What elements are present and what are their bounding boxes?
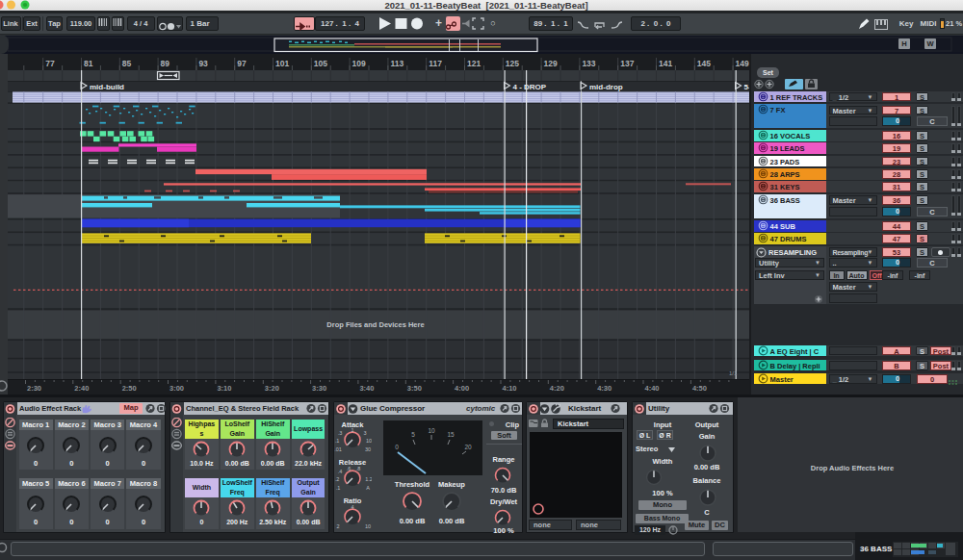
svg-text:4:40: 4:40 [645,384,660,393]
svg-text:.2: .2 [335,476,340,482]
svg-text:0: 0 [395,444,399,450]
svg-text:141: 141 [659,59,672,68]
svg-text:.6: .6 [347,466,351,471]
svg-text:5: 5 [411,431,415,438]
svg-text:3:30: 3:30 [312,384,326,393]
svg-text:.4: .4 [338,469,343,474]
svg-text:10: 10 [428,427,435,434]
svg-text:4:20: 4:20 [550,384,564,393]
svg-text:121: 121 [467,59,481,68]
svg-text:149: 149 [736,59,749,68]
svg-text:A: A [366,485,370,491]
svg-text:2:30: 2:30 [27,384,41,393]
svg-text:77: 77 [45,59,55,68]
svg-text:2: 2 [336,523,339,529]
svg-text:10: 10 [365,523,371,529]
svg-text:4 - DROP: 4 - DROP [513,83,547,91]
svg-text:30: 30 [365,446,371,452]
svg-text:.1: .1 [335,438,340,444]
svg-text:85: 85 [122,59,132,68]
svg-text:15: 15 [447,431,455,438]
svg-text:.01: .01 [334,446,342,452]
svg-text:4:50: 4:50 [692,384,707,393]
svg-text:mid-drop: mid-drop [589,83,623,91]
svg-text:10: 10 [366,438,372,444]
svg-text:3:00: 3:00 [169,384,184,393]
svg-text:3: 3 [363,430,366,436]
svg-text:.3: .3 [338,430,343,436]
svg-text:4: 4 [351,504,353,510]
svg-text:1: 1 [351,427,353,433]
svg-text:105: 105 [314,59,327,68]
svg-text:4:10: 4:10 [503,384,517,393]
svg-text:101: 101 [275,59,289,68]
svg-text:113: 113 [390,59,403,68]
svg-text:.1: .1 [336,485,341,491]
svg-text:145: 145 [697,59,711,68]
svg-text:3:50: 3:50 [407,384,422,393]
svg-text:93: 93 [198,59,208,68]
svg-text:3:10: 3:10 [217,384,231,393]
svg-text:mid-build: mid-build [90,83,124,91]
svg-text:2:50: 2:50 [122,384,137,393]
svg-text:97: 97 [237,59,247,68]
svg-text:3:20: 3:20 [265,384,279,393]
svg-text:.8: .8 [356,466,361,471]
svg-text:125: 125 [506,59,519,68]
svg-text:2:40: 2:40 [74,384,89,393]
svg-text:89: 89 [161,59,170,68]
svg-text:20: 20 [464,444,472,450]
svg-text:129: 129 [544,59,558,68]
svg-text:117: 117 [429,59,442,68]
svg-text:3:40: 3:40 [359,384,374,393]
svg-text:109: 109 [352,59,366,68]
svg-text:4:00: 4:00 [455,384,469,393]
svg-text:1.2: 1.2 [365,476,372,482]
svg-text:133: 133 [582,59,595,68]
svg-text:137: 137 [620,59,634,68]
svg-text:81: 81 [84,59,93,68]
svg-text:4:30: 4:30 [597,384,612,393]
